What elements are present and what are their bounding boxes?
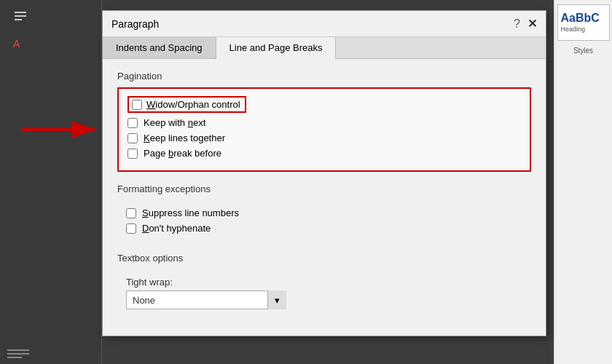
svg-rect-0 <box>15 12 26 13</box>
styles-label: Styles <box>573 47 593 55</box>
dialog-title: Paragraph <box>111 18 159 30</box>
keep-with-next-label: Keep with next <box>144 117 205 128</box>
widow-orphan-highlighted: Widow/Orphan control <box>128 96 246 113</box>
left-toolbar: A <box>0 0 102 364</box>
checkbox-row-widow-orphan: Widow/Orphan control <box>128 96 521 113</box>
tab-indents-spacing[interactable]: Indents and Spacing <box>103 37 216 58</box>
pagination-section: Pagination Widow/Orphan control Keep wit… <box>117 71 531 172</box>
svg-text:A: A <box>13 38 20 50</box>
page-break-checkbox[interactable] <box>128 149 138 159</box>
dialog-content: Pagination Widow/Orphan control Keep wit… <box>103 59 546 336</box>
style-heading-label: Heading <box>561 25 586 33</box>
checkbox-row-keep-with-next: Keep with next <box>128 117 521 128</box>
tight-wrap-label: Tight wrap: <box>126 277 522 288</box>
textbox-options-section: Textbox options Tight wrap: None First a… <box>117 253 531 312</box>
tight-wrap-wrapper: None First and last lines First line onl… <box>126 290 286 309</box>
pagination-label: Pagination <box>117 71 531 82</box>
dont-hyphenate-label: Don't hyphenate <box>142 223 211 234</box>
dialog-titlebar: Paragraph ? ✕ <box>103 11 546 37</box>
formatting-exceptions-section: Formatting exceptions Suppress line numb… <box>117 183 531 241</box>
checkbox-row-page-break: Page break before <box>128 148 521 159</box>
checkbox-row-suppress: Suppress line numbers <box>126 207 522 218</box>
red-arrow <box>18 115 106 144</box>
toolbar-icon-1[interactable] <box>7 6 34 28</box>
pagination-box: Widow/Orphan control Keep with next Keep… <box>117 87 531 172</box>
widow-orphan-label: Widow/Orphan control <box>146 99 240 110</box>
textbox-options-label: Textbox options <box>117 253 531 264</box>
dialog-controls: ? ✕ <box>514 17 537 31</box>
keep-with-next-checkbox[interactable] <box>128 118 138 128</box>
dialog-tabs: Indents and Spacing Line and Page Breaks <box>103 37 546 59</box>
tight-wrap-select[interactable]: None First and last lines First line onl… <box>126 290 286 309</box>
checkbox-row-keep-lines: Keep lines together <box>128 132 521 143</box>
dont-hyphenate-checkbox[interactable] <box>126 223 136 234</box>
paragraph-dialog: Paragraph ? ✕ Indents and Spacing Line a… <box>102 10 546 336</box>
suppress-line-checkbox[interactable] <box>126 208 136 218</box>
keep-lines-checkbox[interactable] <box>128 133 138 143</box>
keep-lines-label: Keep lines together <box>144 132 225 143</box>
checkbox-row-dont-hyphenate: Don't hyphenate <box>126 223 522 234</box>
widow-orphan-checkbox[interactable] <box>132 100 142 110</box>
formatting-exceptions-box: Suppress line numbers Don't hyphenate <box>117 200 531 241</box>
svg-rect-2 <box>15 19 22 20</box>
formatting-exceptions-label: Formatting exceptions <box>117 183 531 194</box>
style-preview: AaBbC Heading <box>557 4 610 41</box>
right-panel: AaBbC Heading Styles <box>554 0 612 364</box>
page-break-label: Page break before <box>144 148 221 159</box>
tab-line-page-breaks[interactable]: Line and Page Breaks <box>216 37 337 59</box>
svg-rect-1 <box>15 15 26 17</box>
textbox-options-box: Tight wrap: None First and last lines Fi… <box>117 269 531 312</box>
suppress-line-label: Suppress line numbers <box>142 207 239 218</box>
help-button[interactable]: ? <box>514 17 520 31</box>
toolbar-icon-2[interactable]: A <box>7 32 34 54</box>
close-button[interactable]: ✕ <box>527 17 537 31</box>
style-preview-text: AaBbC <box>561 12 600 24</box>
